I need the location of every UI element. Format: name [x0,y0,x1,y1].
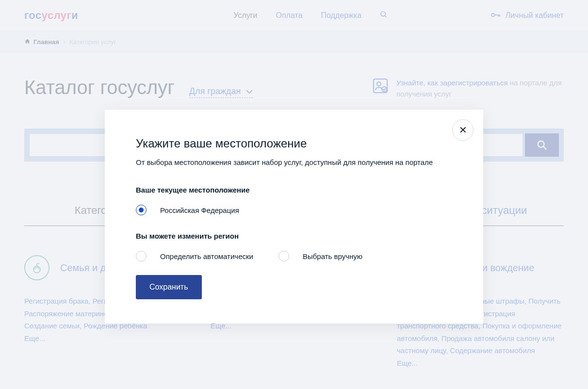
radio-auto-item[interactable]: Определить автоматически [136,251,253,261]
radio-auto-label: Определить автоматически [160,252,253,260]
modal-subtitle: От выбора местоположения зависит набор у… [136,158,452,166]
radio-auto[interactable] [136,251,147,261]
save-button[interactable]: Сохранить [136,275,202,299]
radio-manual[interactable] [278,251,289,261]
modal-overlay[interactable]: ✕ Укажите ваше местоположение От выбора … [0,0,588,389]
change-region-options: Определить автоматически Выбрать вручную [136,251,452,261]
change-region-label: Вы можете изменить регион [136,232,452,240]
radio-manual-item[interactable]: Выбрать вручную [278,251,362,261]
current-location-row: Российская Федерация [136,205,452,215]
close-button[interactable]: ✕ [452,119,474,141]
location-modal: ✕ Укажите ваше местоположение От выбора … [105,110,483,324]
current-location-value: Российская Федерация [160,206,239,214]
close-icon: ✕ [459,124,467,136]
radio-current[interactable] [136,205,147,215]
radio-manual-label: Выбрать вручную [303,252,362,260]
current-location-label: Ваше текущее местоположение [136,186,452,194]
modal-title: Укажите ваше местоположение [136,137,452,150]
